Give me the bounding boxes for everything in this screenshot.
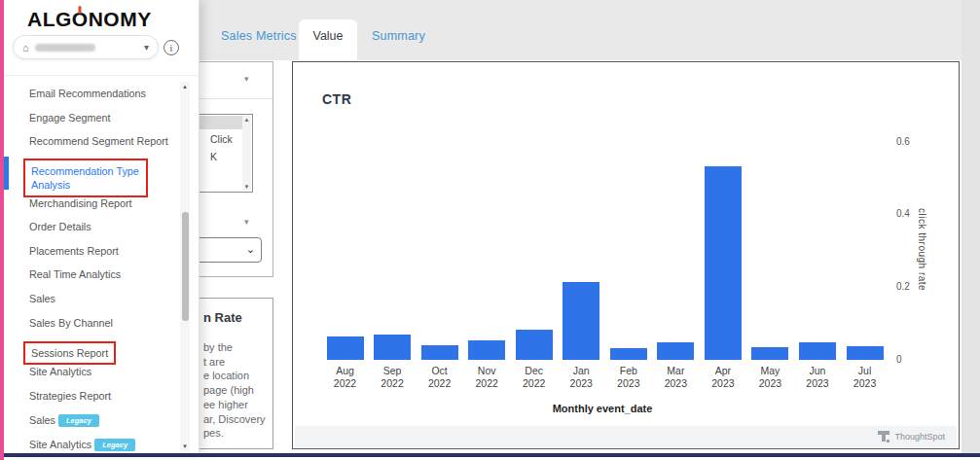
bar-dec-2022[interactable] <box>516 330 553 360</box>
listbox-item-k[interactable]: K <box>210 151 217 162</box>
right-margin-strip <box>962 0 980 453</box>
bar-aug-2022[interactable] <box>327 336 364 360</box>
bar-mar-2023[interactable] <box>657 342 694 360</box>
filter-panel: ▾ ClickK ▲ ▼ ▾ ⌄ <box>199 61 273 277</box>
tab-label: Value <box>312 29 343 43</box>
chevron-down-icon[interactable]: ▾ <box>244 74 249 84</box>
rate-panel-heading: n Rate <box>203 310 242 325</box>
select-chevron-icon: ⌄ <box>246 243 255 256</box>
legacy-badge: Legacy <box>94 439 135 451</box>
bar-apr-2023[interactable] <box>705 166 742 360</box>
info-icon[interactable]: i <box>163 40 179 55</box>
thoughtspot-label: ThoughtSpot <box>894 432 945 442</box>
sidebar-item-label: Site Analytics <box>29 439 91 450</box>
x-tick-sep-2022: Sep2022 <box>368 365 417 390</box>
filter-select[interactable]: ⌄ <box>192 237 262 263</box>
legacy-badge: Legacy <box>58 414 99 427</box>
x-tick-apr-2023: Apr2023 <box>699 365 747 390</box>
x-tick-may-2023: May2023 <box>745 365 794 390</box>
listbox-scrollbar[interactable]: ▲ ▼ <box>242 116 251 191</box>
scroll-up-icon[interactable]: ▲ <box>181 84 189 89</box>
sidebar-item-email-recommendations[interactable]: Email Recommendations <box>29 88 146 99</box>
sidebar-scrollbar[interactable]: ▲ ▼ <box>180 82 190 451</box>
sidebar-item-label: Merchandising Report <box>29 197 132 209</box>
y-axis-title: click through rate <box>917 208 927 291</box>
sidebar-item-label: Real Time Analytics <box>29 268 121 280</box>
thoughtspot-icon <box>878 430 889 442</box>
sidebar-item-order-details[interactable]: Order Details <box>29 221 91 232</box>
chevron-down-icon[interactable]: ▾ <box>244 217 249 227</box>
sidebar-item-placements-report[interactable]: Placements Report <box>29 245 119 257</box>
x-tick-jul-2023: Jul2023 <box>841 365 889 390</box>
sidebar-item-real-time-analytics[interactable]: Real Time Analytics <box>29 268 121 280</box>
sidebar-item-recommend-segment-report[interactable]: Recommend Segment Report <box>29 135 168 147</box>
rate-info-panel: n Rate by thet aree locationpage (highee… <box>199 298 273 449</box>
sidebar-item-recommendation-type-analysis[interactable]: Recommendation Type Analysis <box>23 159 148 197</box>
thoughtspot-branding: ThoughtSpot <box>878 430 945 442</box>
sidebar-item-label: Recommendation Type Analysis <box>31 165 139 191</box>
x-tick-aug-2022: Aug2022 <box>321 365 370 390</box>
rate-panel-text: by thet aree locationpage (highee higher… <box>203 340 266 441</box>
bar-jun-2023[interactable] <box>799 342 836 360</box>
algonomy-logo: ALGONOMY <box>27 8 152 31</box>
scroll-down-icon[interactable]: ▼ <box>244 183 250 191</box>
app-window: Sales MetricsValueSummary ▾ ClickK ▲ ▼ ▾… <box>0 0 980 460</box>
chart-title: CTR <box>322 91 351 107</box>
sidebar-item-label: Email Recommendations <box>29 88 146 99</box>
y-tick-0-6: 0.6 <box>896 136 922 147</box>
tab-sales-metrics[interactable]: Sales Metrics <box>221 29 297 43</box>
sidebar-item-sales-by-channel[interactable]: Sales By Channel <box>29 317 113 329</box>
bottom-frame-line <box>0 453 980 457</box>
x-tick-jan-2023: Jan2023 <box>557 365 605 390</box>
sidebar-item-sessions-report[interactable]: Sessions Report <box>23 341 116 365</box>
power-o-icon: O <box>72 8 89 31</box>
active-item-indicator <box>4 157 9 190</box>
sidebar-item-sales[interactable]: Sales <box>29 293 55 304</box>
bar-sep-2022[interactable] <box>374 335 411 360</box>
listbox-item-click[interactable]: Click <box>210 133 233 145</box>
x-tick-dec-2022: Dec2022 <box>510 365 559 390</box>
sidebar-item-label: Sessions Report <box>31 347 108 359</box>
scrollbar-thumb[interactable] <box>182 212 189 321</box>
bar-may-2023[interactable] <box>751 347 788 360</box>
sidebar-item-label: Recommend Segment Report <box>29 135 168 147</box>
sidebar-item-label: Placements Report <box>29 245 119 257</box>
tab-summary[interactable]: Summary <box>372 29 425 43</box>
sidebar-item-site-analytics-legacy[interactable]: Site AnalyticsLegacy <box>29 439 135 451</box>
sidebar-item-engage-segment[interactable]: Engage Segment <box>29 112 110 124</box>
sidebar-item-label: Strategies Report <box>29 390 111 402</box>
bar-jan-2023[interactable] <box>563 282 599 360</box>
sidebar-item-label: Sales By Channel <box>29 317 113 329</box>
left-frame-line <box>0 0 4 460</box>
scroll-down-icon[interactable]: ▼ <box>181 443 189 449</box>
sidebar-item-label: Sales <box>29 293 55 304</box>
tab-value[interactable]: Value <box>299 19 357 60</box>
reports-sidebar: ALGONOMY ⌂ ▾ i Email RecommendationsEnga… <box>4 0 200 453</box>
sidebar-item-sales-legacy[interactable]: SalesLegacy <box>29 414 99 427</box>
divider <box>4 75 199 76</box>
sidebar-item-label: Engage Segment <box>29 112 110 124</box>
sidebar-item-site-analytics[interactable]: Site Analytics <box>29 366 91 377</box>
sidebar-item-label: Order Details <box>29 221 91 232</box>
divider <box>200 98 272 99</box>
y-tick-0: 0 <box>896 354 922 365</box>
bar-jul-2023[interactable] <box>847 346 884 360</box>
sidebar-item-label: Site Analytics <box>29 366 91 377</box>
sidebar-item-strategies-report[interactable]: Strategies Report <box>29 390 111 402</box>
x-tick-nov-2022: Nov2022 <box>462 365 511 390</box>
chevron-down-icon: ▾ <box>144 42 149 53</box>
bar-nov-2022[interactable] <box>468 340 505 360</box>
x-axis-title: Monthly event_date <box>505 403 700 414</box>
x-tick-mar-2023: Mar2023 <box>651 365 700 390</box>
bar-oct-2022[interactable] <box>421 345 458 360</box>
x-tick-oct-2022: Oct2022 <box>416 365 464 390</box>
bar-feb-2023[interactable] <box>610 348 647 360</box>
sidebar-item-label: Sales <box>29 414 55 426</box>
sidebar-item-merchandising-report[interactable]: Merchandising Report <box>29 197 132 209</box>
x-tick-feb-2023: Feb2023 <box>604 365 653 390</box>
masked-site-name <box>35 44 95 52</box>
site-selector[interactable]: ⌂ ▾ <box>13 35 159 59</box>
scroll-up-icon[interactable]: ▲ <box>244 116 250 124</box>
x-tick-jun-2023: Jun2023 <box>793 365 842 390</box>
chart-footer: ThoughtSpot <box>295 426 957 447</box>
